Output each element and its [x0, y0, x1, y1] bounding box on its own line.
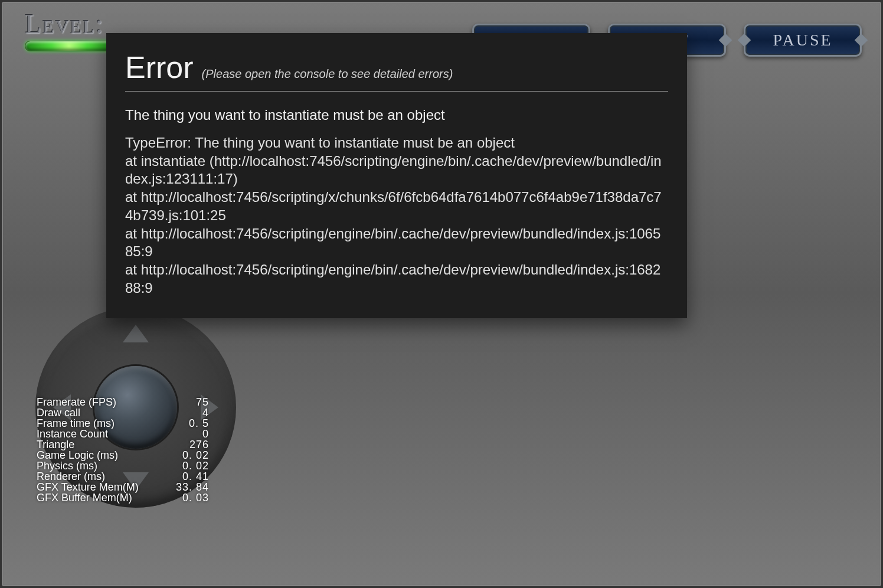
- stats-row: GFX Texture Mem(M)33. 84: [37, 482, 209, 492]
- stats-value: 0: [202, 429, 209, 439]
- stats-row: Physics (ms)0. 02: [37, 460, 209, 471]
- stats-row: Game Logic (ms)0. 02: [37, 450, 209, 460]
- pause-button[interactable]: PAUSE: [744, 24, 862, 57]
- stats-row: GFX Buffer Mem(M)0. 03: [37, 492, 209, 503]
- stats-label: Framerate (FPS): [37, 397, 116, 407]
- stats-value: 0. 03: [182, 492, 209, 503]
- stats-value: 33. 84: [176, 482, 209, 492]
- error-title: Error: [125, 50, 194, 85]
- stats-label: Renderer (ms): [37, 471, 105, 482]
- dpad-up-icon: [123, 325, 149, 342]
- stats-row: Triangle276: [37, 439, 209, 450]
- stats-value: 0. 41: [182, 471, 209, 482]
- level-hud: Level:: [25, 8, 113, 51]
- stats-row: Renderer (ms)0. 41: [37, 471, 209, 482]
- stats-value: 276: [189, 439, 209, 450]
- stats-label: Physics (ms): [37, 460, 97, 471]
- stats-row: Frame time (ms)0. 5: [37, 418, 209, 429]
- level-label: Level:: [25, 8, 113, 40]
- xp-bar: [25, 41, 113, 51]
- stats-label: Game Logic (ms): [37, 450, 118, 460]
- stats-value: 4: [202, 407, 209, 418]
- pause-button-label: PAUSE: [773, 31, 832, 50]
- stats-label: GFX Texture Mem(M): [37, 482, 139, 492]
- error-dialog: Error (Please open the console to see de…: [106, 33, 687, 318]
- stats-label: GFX Buffer Mem(M): [37, 492, 132, 503]
- error-message: The thing you want to instantiate must b…: [125, 107, 668, 123]
- stats-row: Instance Count0: [37, 429, 209, 439]
- error-stacktrace: TypeError: The thing you want to instant…: [125, 134, 668, 297]
- stats-value: 75: [196, 397, 209, 407]
- stats-value: 0. 5: [189, 418, 209, 429]
- stats-label: Instance Count: [37, 429, 108, 439]
- stats-label: Triangle: [37, 439, 74, 450]
- stats-row: Draw call4: [37, 407, 209, 418]
- stats-value: 0. 02: [182, 460, 209, 471]
- stats-row: Framerate (FPS)75: [37, 397, 209, 407]
- perf-stats-overlay: Framerate (FPS)75 Draw call4 Frame time …: [37, 397, 209, 503]
- stats-label: Draw call: [37, 407, 80, 418]
- error-subtitle: (Please open the console to see detailed…: [202, 67, 453, 81]
- error-header: Error (Please open the console to see de…: [125, 50, 668, 92]
- stats-value: 0. 02: [182, 450, 209, 460]
- stats-label: Frame time (ms): [37, 418, 115, 429]
